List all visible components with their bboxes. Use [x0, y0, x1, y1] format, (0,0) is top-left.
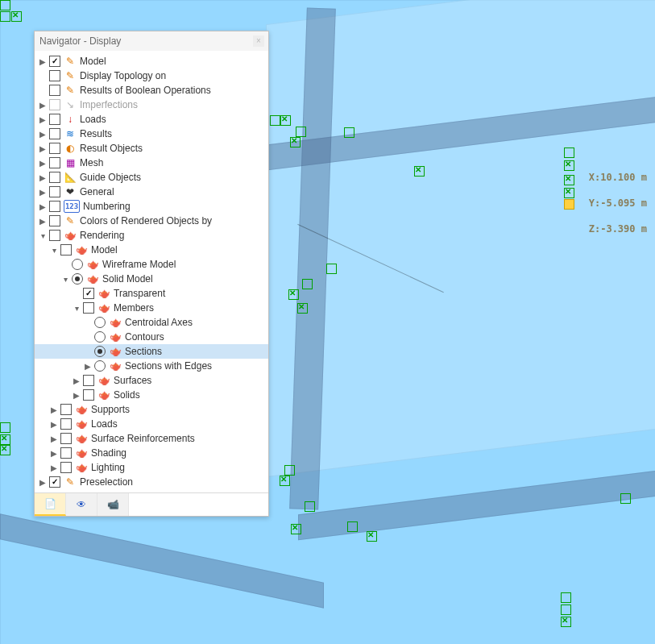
tree-item-preselection[interactable]: ▶ ✎ Preselection [35, 475, 268, 489]
boolean-icon: ✎ [64, 85, 77, 96]
tree-item-guide-objects[interactable]: ▶ 📐 Guide Objects [35, 170, 268, 185]
loads-icon: ↓ [64, 114, 77, 125]
tree-item-lighting[interactable]: ▶ 🫖 Lighting [35, 460, 268, 475]
node-marker[interactable] [564, 147, 574, 158]
node-marker[interactable] [347, 521, 358, 532]
tree-item-surfaces[interactable]: ▶ 🫖 Surfaces [35, 373, 268, 388]
tree-item-result-objects[interactable]: ▶ ◐ Result Objects [35, 141, 268, 156]
node-marker[interactable] [297, 303, 308, 314]
navigator-footer: 📄 👁 📹 [35, 492, 268, 516]
model-icon: ✎ [64, 56, 77, 67]
colors-icon: ✎ [64, 215, 77, 226]
display-tree: ▶ ✎ Model ▶ ✎ Display Topology on ▶ ✎ Re… [35, 51, 268, 492]
node-marker[interactable] [290, 137, 301, 147]
node-marker[interactable] [11, 11, 22, 22]
coord-x: X:10.100 m [589, 172, 647, 183]
coords-readout: X:10.100 m Y:-5.095 m Z:-3.390 m [566, 158, 647, 248]
close-icon[interactable]: × [253, 35, 264, 47]
display-icon: 📄 [44, 498, 56, 509]
coord-y: Y:-5.095 m [589, 197, 647, 209]
tree-item-loads[interactable]: ▶ ↓ Loads [35, 112, 268, 127]
teapot-icon: 🫖 [75, 462, 88, 473]
tree-item-surf-reinforcements[interactable]: ▶ 🫖 Surface Reinforcements [35, 431, 268, 446]
node-marker[interactable] [280, 115, 291, 126]
node-marker[interactable] [0, 445, 10, 455]
node-marker[interactable] [0, 11, 10, 22]
tree-item-supports[interactable]: ▶ 🫖 Supports [35, 402, 268, 417]
teapot-icon: 🫖 [109, 346, 122, 357]
result-objects-icon: ◐ [64, 143, 77, 154]
teapot-icon: 🫖 [109, 331, 122, 343]
node-marker[interactable] [561, 617, 571, 627]
node-marker[interactable] [0, 422, 10, 433]
tree-item-rendering-loads[interactable]: ▶ 🫖 Loads [35, 417, 268, 431]
node-marker[interactable] [326, 264, 337, 274]
results-icon: ≋ [64, 128, 77, 139]
teapot-icon: 🫖 [75, 404, 88, 415]
tree-item-general[interactable]: ▶ ❤ General [35, 185, 268, 199]
tree-item-boolean-results[interactable]: ▶ ✎ Results of Boolean Operations [35, 83, 268, 98]
tree-item-rendering[interactable]: ▾ 🫖 Rendering [35, 228, 268, 243]
node-marker[interactable] [305, 501, 315, 512]
tree-item-rendering-model[interactable]: ▾ 🫖 Model [35, 243, 268, 257]
coord-z: Z:-3.390 m [589, 223, 647, 235]
teapot-icon: 🫖 [97, 302, 110, 314]
tree-item-members[interactable]: ▾ 🫖 Members [35, 301, 268, 315]
tree-item-transparent[interactable]: ▶ 🫖 Transparent [35, 286, 268, 301]
node-marker[interactable] [344, 127, 354, 138]
node-marker[interactable] [561, 592, 571, 603]
teapot-icon: 🫖 [109, 360, 122, 372]
camera-icon: 📹 [107, 499, 119, 510]
tree-item-mesh[interactable]: ▶ ▦ Mesh [35, 156, 268, 170]
teapot-icon: 🫖 [86, 259, 99, 270]
node-marker[interactable] [414, 166, 425, 177]
tree-item-shading[interactable]: ▶ 🫖 Shading [35, 446, 268, 460]
teapot-icon: 🫖 [75, 244, 88, 256]
node-marker[interactable] [0, 0, 10, 10]
preselection-icon: ✎ [64, 476, 77, 488]
tab-display[interactable]: 📄 [35, 493, 66, 516]
node-marker[interactable] [302, 279, 313, 289]
eye-icon: 👁 [77, 499, 86, 510]
tree-item-display-topology[interactable]: ▶ ✎ Display Topology on [35, 69, 268, 83]
tree-item-sections[interactable]: ▶ 🫖 Sections [35, 344, 268, 359]
teapot-icon: 🫖 [97, 375, 110, 386]
tree-item-colors-rendered[interactable]: ▶ ✎ Colors of Rendered Objects by [35, 214, 268, 228]
node-marker[interactable] [288, 289, 299, 300]
tree-item-solid-model[interactable]: ▾ 🫖 Solid Model [35, 272, 268, 286]
teapot-icon: 🫖 [64, 230, 77, 241]
topology-icon: ✎ [64, 70, 77, 81]
teapot-icon: 🫖 [97, 389, 110, 401]
tree-item-numbering[interactable]: ▶ 123 Numbering [35, 199, 268, 214]
tree-item-contours[interactable]: ▶ 🫖 Contours [35, 330, 268, 344]
tree-item-sections-edges[interactable]: ▶ 🫖 Sections with Edges [35, 359, 268, 373]
navigator-panel: Navigator - Display × ▶ ✎ Model ▶ ✎ Disp… [34, 31, 269, 517]
node-marker[interactable] [270, 115, 280, 126]
imperfections-icon: ↘ [64, 99, 77, 110]
tab-camera[interactable]: 📹 [97, 493, 129, 516]
teapot-icon: 🫖 [75, 447, 88, 459]
tree-item-wireframe[interactable]: ▶ 🫖 Wireframe Model [35, 257, 268, 272]
viewport-3d[interactable]: X:10.100 m Y:-5.095 m Z:-3.390 m Navigat… [0, 0, 655, 644]
panel-title: Navigator - Display [39, 35, 121, 47]
teapot-icon: 🫖 [97, 288, 110, 299]
teapot-icon: 🫖 [109, 317, 122, 328]
tree-item-imperfections[interactable]: ▶ ↘ Imperfections [35, 98, 268, 112]
tree-item-centroidal[interactable]: ▶ 🫖 Centroidal Axes [35, 315, 268, 330]
general-icon: ❤ [64, 186, 77, 197]
node-marker[interactable] [291, 524, 301, 534]
node-marker[interactable] [367, 531, 377, 542]
teapot-icon: 🫖 [75, 433, 88, 444]
tab-views[interactable]: 👁 [66, 493, 97, 516]
node-marker[interactable] [280, 476, 290, 486]
node-marker[interactable] [620, 493, 631, 504]
node-marker[interactable] [561, 605, 571, 615]
panel-title-bar[interactable]: Navigator - Display × [35, 31, 268, 51]
tree-item-model[interactable]: ▶ ✎ Model [35, 54, 268, 69]
mesh-icon: ▦ [64, 157, 77, 168]
teapot-icon: 🫖 [86, 273, 99, 285]
tree-item-results[interactable]: ▶ ≋ Results [35, 127, 268, 141]
tree-item-solids[interactable]: ▶ 🫖 Solids [35, 388, 268, 402]
teapot-icon: 🫖 [75, 418, 88, 430]
numbering-icon: 123 [64, 200, 80, 213]
